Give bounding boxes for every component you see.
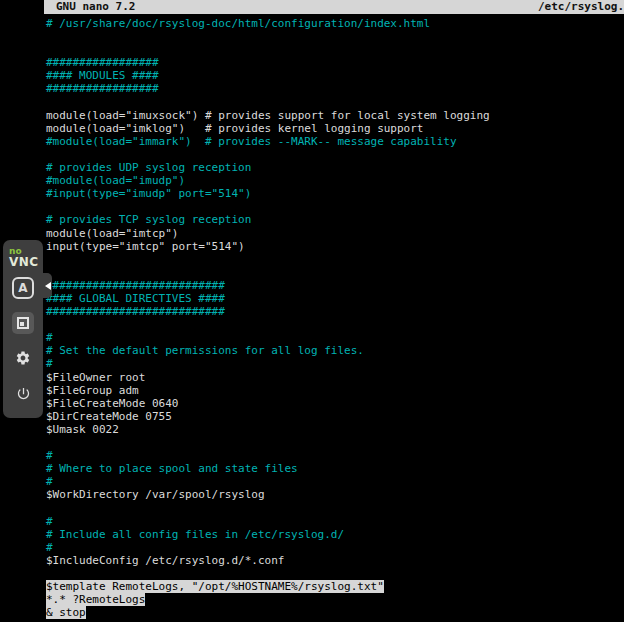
- editor-line-text: # provides TCP syslog reception: [46, 213, 251, 226]
- editor-line-text: [46, 30, 53, 43]
- editor-line: [46, 318, 624, 331]
- editor-line-text: #: [46, 475, 53, 488]
- editor-line: ###########################: [46, 279, 624, 292]
- editor-line-text: $IncludeConfig /etc/rsyslog.d/*.conf: [46, 554, 284, 567]
- nano-version-label: GNU nano 7.2: [56, 0, 135, 14]
- editor-line-text: #: [46, 541, 53, 554]
- editor-line: #: [46, 449, 624, 462]
- editor-line: [46, 96, 624, 109]
- editor-line-text: module(load="imtcp"): [46, 227, 178, 240]
- editor-line: #################: [46, 56, 624, 69]
- novnc-logo: no VNC: [9, 247, 37, 268]
- editor-line-text: # Where to place spool and state files: [46, 462, 298, 475]
- editor-line: [46, 253, 624, 266]
- editor-line: #: [46, 357, 624, 370]
- vnc-control-panel: no VNC A: [3, 240, 43, 418]
- editor-line-text: #: [46, 515, 53, 528]
- editor-line: # /usr/share/doc/rsyslog-doc/html/config…: [46, 17, 624, 30]
- desktop-screen: GNU nano 7.2 /etc/rsyslog. # /usr/share/…: [0, 0, 624, 622]
- editor-line: [46, 567, 624, 580]
- editor-line: input(type="imtcp" port="514"): [46, 240, 624, 253]
- editor-line-text: #: [46, 357, 53, 370]
- editor-line: #: [46, 515, 624, 528]
- editor-line: #: [46, 541, 624, 554]
- power-button[interactable]: [12, 382, 34, 404]
- nano-filename-label: /etc/rsyslog.: [538, 0, 624, 14]
- editor-line: #: [46, 475, 624, 488]
- editor-line: # Include all config files in /etc/rsysl…: [46, 528, 624, 541]
- editor-line: $Umask 0022: [46, 423, 624, 436]
- editor-line: $FileGroup adm: [46, 384, 624, 397]
- editor-line-text: $DirCreateMode 0755: [46, 410, 172, 423]
- editor-line-text: #module(load="immark") # provides --MARK…: [46, 135, 457, 148]
- editor-line: [46, 148, 624, 161]
- editor-line: $IncludeConfig /etc/rsyslog.d/*.conf: [46, 554, 624, 567]
- extra-keys-button[interactable]: A: [12, 277, 34, 299]
- settings-button[interactable]: [12, 347, 34, 369]
- editor-line: ###########################: [46, 305, 624, 318]
- editor-line-text: *.* ?RemoteLogs: [46, 593, 145, 606]
- gear-icon: [15, 350, 31, 366]
- editor-line-text: module(load="imklog") # provides kernel …: [46, 122, 424, 135]
- editor-line-text: $Umask 0022: [46, 423, 119, 436]
- editor-line: # provides TCP syslog reception: [46, 213, 624, 226]
- editor-line-text: [46, 567, 53, 580]
- editor-line: $FileOwner root: [46, 371, 624, 384]
- editor-line-text: #: [46, 449, 53, 462]
- editor-line-text: # Include all config files in /etc/rsysl…: [46, 528, 344, 541]
- editor-line: module(load="imklog") # provides kernel …: [46, 122, 624, 135]
- editor-line-text: # /usr/share/doc/rsyslog-doc/html/config…: [46, 17, 430, 30]
- vnc-button-column: A: [12, 277, 34, 404]
- editor-line-text: [46, 43, 53, 56]
- editor-line: #### GLOBAL DIRECTIVES ####: [46, 292, 624, 305]
- letter-a-icon: A: [18, 281, 27, 295]
- editor-line-text: ###########################: [46, 305, 225, 318]
- editor-line: [46, 43, 624, 56]
- editor-line: # Set the default permissions for all lo…: [46, 344, 624, 357]
- editor-line-text: #################: [46, 56, 159, 69]
- power-icon: [16, 386, 31, 401]
- editor-line-text: [46, 253, 53, 266]
- editor-line-text: [46, 200, 53, 213]
- editor-line-text: [46, 318, 53, 331]
- editor-line: #### MODULES ####: [46, 69, 624, 82]
- editor-line: #: [46, 331, 624, 344]
- editor-line: #module(load="imudp"): [46, 174, 624, 187]
- editor-line: module(load="imtcp"): [46, 227, 624, 240]
- editor-line-text: #### MODULES ####: [46, 69, 159, 82]
- panel-collapse-handle[interactable]: [43, 273, 52, 298]
- editor-line-text: $template RemoteLogs, "/opt/%HOSTNAME%/r…: [46, 580, 384, 593]
- editor-line: $FileCreateMode 0640: [46, 397, 624, 410]
- collapse-arrow-icon: [45, 282, 51, 290]
- editor-line: [46, 436, 624, 449]
- editor-line: [46, 501, 624, 514]
- editor-line-text: $FileGroup adm: [46, 384, 139, 397]
- editor-line: & stop: [46, 606, 624, 619]
- editor-line-text: $FileCreateMode 0640: [46, 397, 178, 410]
- editor-line: #input(type="imudp" port="514"): [46, 187, 624, 200]
- editor-line-text: ###########################: [46, 279, 225, 292]
- editor-content[interactable]: # /usr/share/doc/rsyslog-doc/html/config…: [44, 14, 624, 619]
- terminal-window: GNU nano 7.2 /etc/rsyslog. # /usr/share/…: [44, 0, 624, 622]
- editor-line-text: module(load="imuxsock") # provides suppo…: [46, 109, 490, 122]
- novnc-logo-vnc: VNC: [9, 256, 37, 268]
- screen-dot-icon: [17, 317, 29, 329]
- editor-line-text: $FileOwner root: [46, 371, 145, 384]
- editor-line: $template RemoteLogs, "/opt/%HOSTNAME%/r…: [46, 580, 624, 593]
- editor-line-text: #: [46, 331, 53, 344]
- editor-line-text: [46, 501, 53, 514]
- editor-line: # provides UDP syslog reception: [46, 161, 624, 174]
- fullscreen-button[interactable]: [12, 312, 34, 334]
- editor-line-text: $WorkDirectory /var/spool/rsyslog: [46, 488, 265, 501]
- editor-line: [46, 266, 624, 279]
- editor-line-text: [46, 148, 53, 161]
- editor-line: [46, 30, 624, 43]
- editor-line: *.* ?RemoteLogs: [46, 593, 624, 606]
- editor-line-text: [46, 436, 53, 449]
- editor-line-text: [46, 96, 53, 109]
- editor-line: [46, 200, 624, 213]
- editor-line: #################: [46, 82, 624, 95]
- editor-line-text: #################: [46, 82, 159, 95]
- nano-titlebar: GNU nano 7.2 /etc/rsyslog.: [44, 0, 624, 14]
- editor-line: $WorkDirectory /var/spool/rsyslog: [46, 488, 624, 501]
